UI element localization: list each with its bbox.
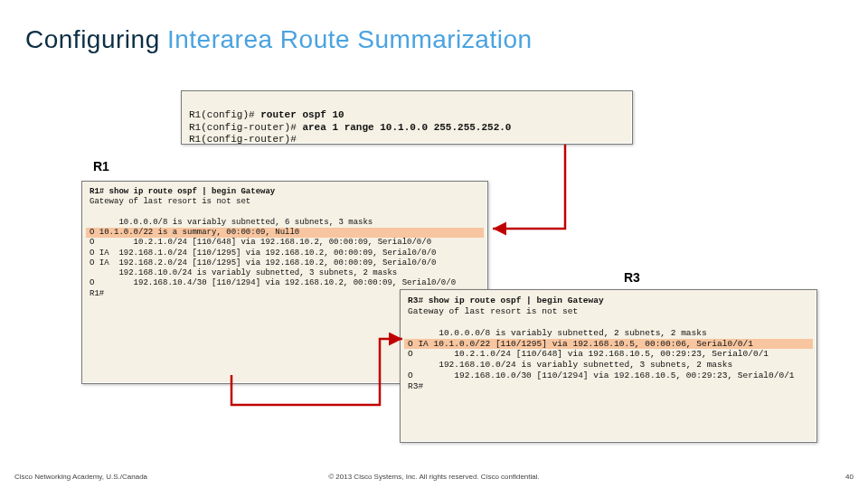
r3-l4: 10.0.0.0/8 is variably subnetted, 2 subn…	[408, 328, 809, 339]
r3-l11: O 192.168.10.0/30 [110/1294] via 192.168…	[408, 371, 809, 381]
footer-center: © 2013 Cisco Systems, Inc. All rights re…	[0, 473, 868, 481]
r1-l8: O IA 192.168.1.0/24 [110/1295] via 192.1…	[90, 249, 480, 258]
r1-l6: O 10.2.1.0/24 [110/648] via 192.168.10.2…	[90, 238, 480, 248]
r3-l1: R3# show ip route ospf | begin Gateway	[408, 296, 809, 306]
r1-blank1	[90, 208, 480, 218]
cfg-line1: R1(config)# router ospf 10	[189, 109, 344, 120]
title-part1: Configuring	[25, 25, 160, 53]
slide-title: Configuring Interarea Route Summarizatio…	[25, 25, 533, 54]
r1-l14: O 192.168.10.4/30 [110/1294] via 192.168…	[90, 278, 480, 288]
r3-l2: Gateway of last resort is not set	[408, 306, 809, 317]
r3-l13: R3#	[408, 381, 809, 392]
r1-l4: 10.0.0.0/8 is variably subnetted, 6 subn…	[90, 218, 480, 228]
r1-l1: R1# show ip route ospf | begin Gateway	[90, 187, 480, 197]
r3-l7: O 10.2.1.0/24 [110/648] via 192.168.10.5…	[408, 349, 809, 360]
footer-right: 40	[845, 473, 854, 481]
r3-l9: 192.168.10.0/24 is variably subnetted, 3…	[408, 360, 809, 371]
r3-route-table-box: R3# show ip route ospf | begin Gateway G…	[400, 289, 817, 443]
r3-highlight: O IA 10.1.0.0/22 [110/1295] via 192.168.…	[404, 339, 813, 350]
cfg-line2: R1(config-router)# area 1 range 10.1.0.0…	[189, 122, 511, 133]
r1-highlight: O 10.1.0.0/22 is a summary, 00:00:09, Nu…	[86, 228, 484, 238]
r3-blank1	[408, 317, 809, 328]
config-terminal-box: R1(config)# router ospf 10 R1(config-rou…	[181, 90, 633, 145]
title-part2: Interarea Route Summarization	[167, 25, 533, 53]
r3-label: R3	[624, 270, 640, 285]
r1-label: R1	[93, 159, 109, 174]
r1-l12: 192.168.10.0/24 is variably subnetted, 3…	[90, 268, 480, 278]
r1-l10: O IA 192.168.2.0/24 [110/1295] via 192.1…	[90, 258, 480, 268]
r1-l2: Gateway of last resort is not set	[90, 197, 480, 207]
slide: Configuring Interarea Route Summarizatio…	[0, 0, 868, 488]
cfg-line3: R1(config-router)#	[189, 134, 297, 145]
